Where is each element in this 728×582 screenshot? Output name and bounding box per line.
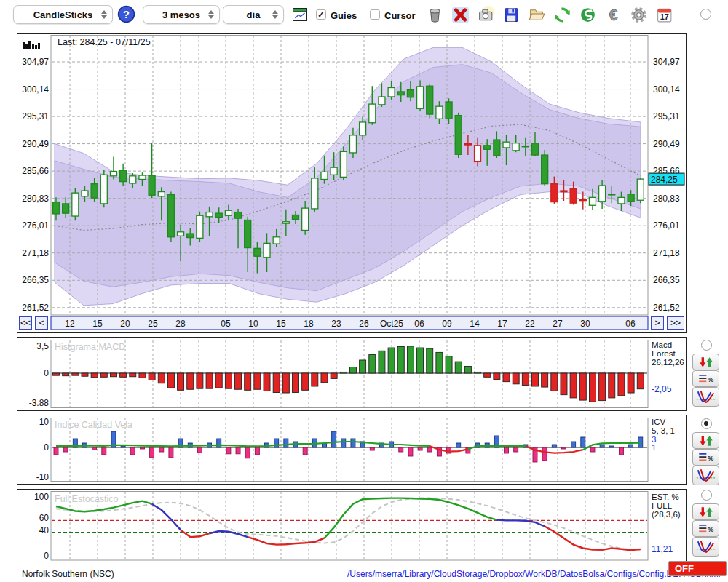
config-path-label: /Users/mserra/Library/CloudStorage/Dropb…	[347, 569, 720, 579]
svg-text:280,83: 280,83	[22, 194, 49, 204]
svg-text:304,97: 304,97	[653, 57, 680, 67]
stochastic-arrows-button[interactable]	[692, 503, 719, 520]
icv-arrows-button[interactable]	[692, 432, 719, 449]
svg-text:09: 09	[442, 319, 452, 329]
guies-checkbox[interactable]: ✓	[316, 9, 326, 20]
svg-text:20: 20	[120, 319, 130, 329]
icv-percent-button[interactable]: %	[692, 449, 719, 466]
lines-percent-icon: %	[693, 371, 719, 386]
svg-text:0: 0	[44, 551, 49, 561]
main-price-panel: 304,97304,97300,14300,14295,31295,31290,…	[17, 33, 687, 336]
v-curve-icon	[693, 466, 719, 485]
svg-text:15: 15	[92, 319, 103, 329]
svg-text:-2,05: -2,05	[652, 384, 672, 394]
svg-text:304,97: 304,97	[22, 57, 49, 67]
nav-first-button[interactable]: <<	[19, 316, 32, 330]
chevron-updown-icon	[101, 10, 107, 19]
nav-last-button[interactable]: >>	[667, 316, 684, 330]
svg-text:25: 25	[148, 319, 158, 329]
svg-text:17: 17	[660, 12, 669, 21]
calendar-icon[interactable]: 17	[655, 6, 673, 24]
svg-text:06: 06	[625, 319, 636, 329]
svg-text:Macd: Macd	[652, 340, 672, 349]
svg-text:Histgrama MACD: Histgrama MACD	[55, 342, 125, 352]
refresh-icon[interactable]	[553, 6, 571, 24]
chevron-updown-icon	[272, 10, 278, 19]
svg-text:Forest: Forest	[652, 349, 676, 358]
icv-panel: 100-10Indice Calidad VelaICV5, 3, 131	[17, 415, 687, 487]
svg-text:€: €	[609, 6, 617, 24]
svg-text:-10: -10	[36, 472, 50, 482]
down-up-arrows-icon	[693, 504, 719, 519]
delete-x-icon[interactable]	[451, 6, 470, 24]
macd-radio[interactable]	[701, 340, 712, 351]
svg-text:06: 06	[414, 319, 424, 329]
svg-text:100: 100	[34, 492, 49, 502]
svg-text:(28,3,6): (28,3,6)	[652, 510, 681, 519]
interval-value: dia	[247, 9, 261, 20]
euro-icon[interactable]: €	[604, 6, 622, 24]
nav-next-button[interactable]: >	[651, 316, 664, 330]
down-up-arrows-icon	[693, 433, 719, 448]
svg-text:295,31: 295,31	[653, 111, 680, 121]
svg-text:1: 1	[652, 443, 656, 452]
symbol-label: Norfolk Southern (NSC)	[22, 569, 114, 579]
chart-type-select[interactable]: CandleSticks	[13, 5, 113, 24]
svg-text:17: 17	[497, 319, 507, 329]
lines-percent-icon: %	[693, 521, 719, 536]
period-select[interactable]: 3 mesos	[143, 5, 220, 24]
macd-percent-button[interactable]: %	[692, 370, 719, 387]
svg-text:276,01: 276,01	[22, 220, 49, 231]
camera-icon[interactable]	[477, 6, 495, 24]
off-toggle-button[interactable]: OFF	[668, 561, 727, 576]
svg-text:ICV: ICV	[652, 418, 666, 426]
chart-window-icon[interactable]	[291, 7, 309, 23]
save-floppy-icon[interactable]	[502, 6, 521, 24]
status-bar: Norfolk Southern (NSC) /Users/mserra/Lib…	[0, 565, 728, 582]
svg-text:280,83: 280,83	[653, 194, 680, 204]
svg-text:261,52: 261,52	[653, 303, 680, 313]
svg-text:28: 28	[175, 319, 186, 329]
open-folder-icon[interactable]	[528, 6, 546, 24]
macd-arrows-button[interactable]	[692, 354, 719, 370]
cursor-checkbox[interactable]	[370, 9, 380, 20]
svg-text:18: 18	[304, 319, 314, 329]
svg-text:15: 15	[276, 319, 286, 329]
macd-curve-button[interactable]	[692, 387, 719, 407]
icv-radio[interactable]	[701, 418, 712, 429]
svg-text:Last: 284.25 - 07/11/25: Last: 284.25 - 07/11/25	[58, 37, 151, 47]
svg-text:Oct25: Oct25	[380, 319, 403, 329]
svg-text:?: ?	[123, 9, 130, 20]
check-icon: ✓	[317, 9, 325, 20]
chevron-updown-icon	[208, 10, 214, 19]
help-icon[interactable]: ?	[117, 5, 135, 23]
nav-prev-button[interactable]: <	[35, 316, 48, 330]
svg-text:290,49: 290,49	[653, 139, 680, 149]
stochastic-radio[interactable]	[701, 490, 712, 501]
svg-text:285,66: 285,66	[22, 166, 49, 176]
macd-chart-canvas: 3,50-3.88Histgrama MACDMacdForest26,12,2…	[17, 337, 687, 411]
gear-icon[interactable]	[630, 6, 648, 24]
interval-select[interactable]: dia	[223, 5, 284, 24]
icv-curve-button[interactable]	[692, 466, 719, 485]
svg-text:FULL: FULL	[652, 501, 673, 510]
guies-label: Guies	[331, 10, 357, 21]
trash-icon[interactable]	[426, 6, 444, 24]
svg-text:%: %	[708, 455, 713, 462]
reload-globe-icon[interactable]	[579, 6, 597, 24]
svg-text:22: 22	[525, 319, 535, 329]
svg-text:266,35: 266,35	[653, 275, 680, 285]
svg-text:0: 0	[44, 442, 49, 453]
svg-text:0: 0	[44, 368, 49, 378]
svg-text:300,14: 300,14	[653, 84, 680, 95]
v-curve-icon	[693, 538, 719, 556]
svg-text:40: 40	[39, 525, 50, 535]
svg-text:290,49: 290,49	[22, 139, 49, 149]
svg-text:10: 10	[39, 417, 50, 427]
svg-text:EST. %: EST. %	[652, 493, 679, 501]
svg-text:12: 12	[65, 319, 75, 329]
svg-text:271,18: 271,18	[653, 248, 680, 258]
stochastic-percent-button[interactable]: %	[692, 520, 719, 537]
stochastic-curve-button[interactable]	[692, 537, 719, 557]
svg-text:05: 05	[221, 319, 231, 329]
